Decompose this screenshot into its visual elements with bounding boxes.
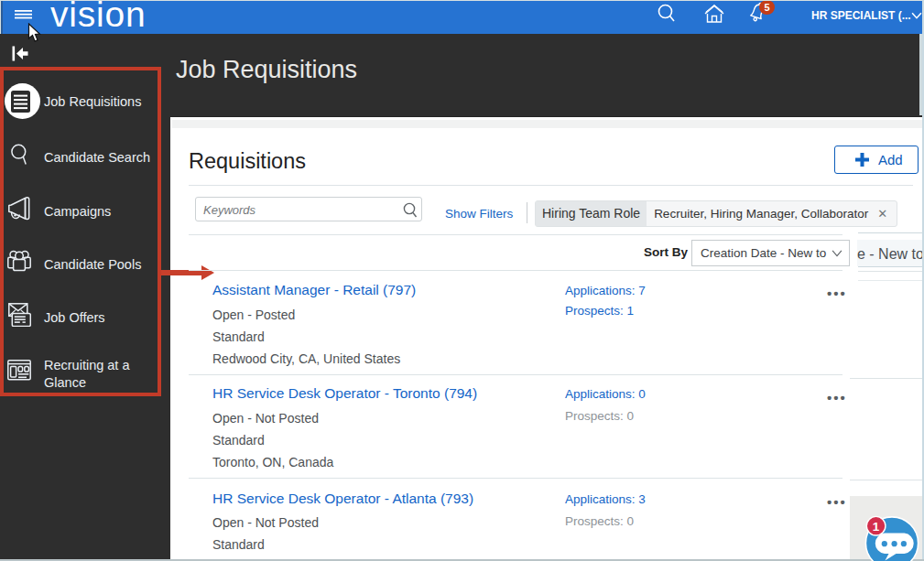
svg-text:1: 1 [873, 520, 880, 534]
